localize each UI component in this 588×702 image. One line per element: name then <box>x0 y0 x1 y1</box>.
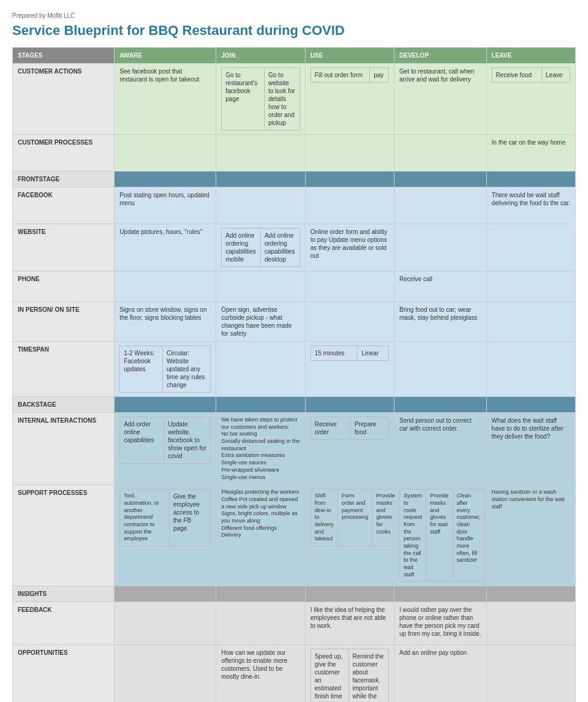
backstage-label: BACKSTAGE <box>13 397 115 413</box>
backstage-bar-leave <box>486 397 575 413</box>
stage-join-header: JOIN <box>216 48 305 64</box>
backstage-bar-develop <box>394 397 487 413</box>
internal-interactions-label: INTERNAL INTERACTIONS <box>13 413 115 485</box>
ca-leave: Receive food Leave <box>486 64 575 135</box>
ts-aware: 1-2 Weeks: Facebook updates Circular: We… <box>115 342 216 397</box>
fb-join <box>216 187 305 224</box>
phone-join <box>216 271 305 302</box>
ca-join-2: Go to website to look for details how to… <box>264 68 300 130</box>
phone-aware <box>115 271 216 302</box>
fb-leave: There would be wait staff delivering the… <box>486 187 575 224</box>
opp-use: Speed up, give the customer an estimated… <box>305 645 394 702</box>
sp-aware: Tool, automation, or another department/… <box>115 485 216 586</box>
frontstage-bar-develop <box>394 172 487 187</box>
feedback-label: FEEDBACK <box>13 602 115 645</box>
ts-leave <box>486 342 575 397</box>
backstage-bar-join <box>216 397 305 413</box>
cp-use <box>305 135 394 172</box>
ip-join: Open sign, advertise curbside pickup - w… <box>216 302 305 342</box>
frontstage-bar-leave <box>486 172 575 187</box>
fb-aware-insight <box>115 602 216 645</box>
fb-leave-insight <box>486 602 575 645</box>
prepared-by: Prepared by Mofiti LLC <box>12 12 576 19</box>
opp-develop: Add an online pay option <box>394 645 487 702</box>
backstage-bar-use <box>305 397 394 413</box>
ii-join: We have taken steps to protect our custo… <box>216 413 305 485</box>
ts-aware-1: 1-2 Weeks: Facebook updates <box>120 346 163 393</box>
cp-develop <box>394 135 487 172</box>
fb-use <box>305 187 394 224</box>
ca-join: Go to restaurant's facebook page Go to w… <box>216 64 305 135</box>
ts-develop <box>394 342 487 397</box>
backstage-bar-aware <box>115 397 216 413</box>
ii-aware: Add order online capabilities Update web… <box>115 413 216 485</box>
cp-aware <box>115 135 216 172</box>
sp-aware-1: Tool, automation, or another department/… <box>120 489 170 546</box>
cp-join <box>216 135 305 172</box>
website-label: Website <box>13 224 115 271</box>
opp-aware <box>115 645 216 702</box>
frontstage-label: FRONTSTAGE <box>13 172 115 187</box>
sp-use: Shift from dine-in to delivery and takeo… <box>305 485 394 586</box>
sp-join: Plexiglas protecting the workers Coffee … <box>216 485 305 586</box>
frontstage-bar-use <box>305 172 394 187</box>
stages-label: STAGES <box>13 48 115 64</box>
ii-aware-1: Add order online capabilities <box>120 417 164 464</box>
ii-use: Receive order Prepare food <box>305 413 394 485</box>
sp-develop: System to route request from the person … <box>394 485 487 586</box>
fb-develop-insight: I would rather pay over the phone or onl… <box>394 602 487 645</box>
phone-label: Phone <box>13 271 115 302</box>
ca-join-1: Go to restaurant's facebook page <box>222 68 265 130</box>
ts-develop-val: Linear <box>358 346 389 361</box>
ip-leave <box>486 302 575 342</box>
ts-use: 15 minutes Linear <box>305 342 394 397</box>
sp-leave: Having sanitizer or a wash station conve… <box>486 485 575 586</box>
ip-develop: Bring food out to car; wear mask, stay b… <box>394 302 487 342</box>
inperson-label: In Person/ On site <box>13 302 115 342</box>
stage-use-header: USE <box>305 48 394 64</box>
sp-develop-3: Clean after every customer, clean door h… <box>453 489 484 582</box>
insights-label: INSIGHTS <box>13 586 115 602</box>
timespan-label: TIMESPAN <box>13 342 115 397</box>
ii-leave: What does the wait staff have to do to s… <box>486 413 575 485</box>
ip-aware: Signs on store window, signs on the floo… <box>115 302 216 342</box>
stage-aware-header: AWARE <box>115 48 216 64</box>
stage-leave-header: LEAVE <box>486 48 575 64</box>
frontstage-bar-join <box>216 172 305 187</box>
ts-use-val: 15 minutes <box>311 346 358 361</box>
sp-develop-1: System to route request from the person … <box>400 489 426 582</box>
phone-use <box>305 271 394 302</box>
ca-use-2: pay <box>370 68 389 83</box>
opp-use-1: Speed up, give the customer an estimated… <box>311 649 349 702</box>
ca-aware: See facebook post that restaurant is ope… <box>115 64 216 135</box>
ii-use-1: Receive order <box>311 417 350 440</box>
insights-bar-use <box>305 586 394 602</box>
web-aware: Update pictures, hours, "rules" <box>115 224 216 271</box>
page-title: Service Blueprint for BBQ Restaurant dur… <box>12 23 576 39</box>
ca-use-1: Fill out order form <box>311 68 370 83</box>
sp-use-2: Form order and payment processing <box>337 489 372 546</box>
ca-leave-1: Receive food <box>492 68 541 83</box>
web-use: Online order form and ability to pay Upd… <box>305 224 394 271</box>
web-join-1: Add online ordering capabilities mobile <box>222 228 261 267</box>
frontstage-bar-aware <box>115 172 216 187</box>
sp-develop-2: Provide masks and gloves for wait staff <box>426 489 453 582</box>
insights-bar-leave <box>486 586 575 602</box>
ip-use <box>305 302 394 342</box>
opp-join: How can we update our offerings to enabl… <box>216 645 305 702</box>
insights-bar-join <box>216 586 305 602</box>
fb-develop <box>394 187 487 224</box>
sp-aware-2: Give the employee access to the FB page. <box>169 489 210 546</box>
customer-processes-label: CUSTOMER PROCESSES <box>13 135 115 172</box>
web-join-2: Add online ordering capabilities desktop <box>260 228 300 267</box>
fb-aware: Post stating open hours, updated menu <box>115 187 216 224</box>
stage-develop-header: DEVELOP <box>394 48 487 64</box>
ca-leave-2: Leave <box>542 68 570 83</box>
customer-actions-label: CUSTOMER ACTIONS <box>13 64 115 135</box>
insights-bar-aware <box>115 586 216 602</box>
ii-develop: Send person out to correct car with corr… <box>394 413 487 485</box>
cp-leave: In the car on the way home <box>486 135 575 172</box>
phone-develop: Receive call <box>394 271 487 302</box>
web-join: Add online ordering capabilities mobile … <box>216 224 305 271</box>
facebook-label: Facebook <box>13 187 115 224</box>
